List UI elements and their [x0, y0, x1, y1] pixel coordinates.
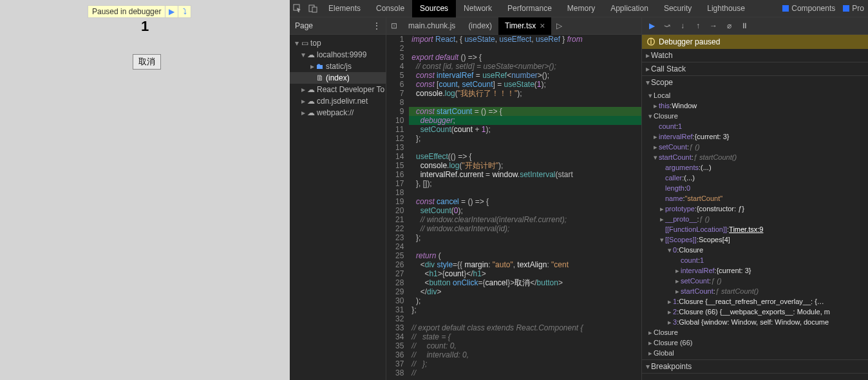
- counter-display: 1: [0, 18, 290, 35]
- scope-proto[interactable]: ▸__proto__: ƒ (): [642, 214, 868, 224]
- resume-icon[interactable]: ▶: [165, 5, 178, 18]
- paused-text: Paused in debugger: [88, 7, 165, 16]
- scope-section[interactable]: ▾Scope: [642, 76, 868, 89]
- cancel-button[interactable]: 取消: [133, 54, 161, 70]
- inspect-element-icon[interactable]: [290, 1, 305, 16]
- tree-static[interactable]: ▸🖿static/js: [290, 61, 386, 72]
- devtools-tab-console[interactable]: Console: [368, 0, 412, 17]
- scope-closure[interactable]: ▾Closure: [642, 111, 868, 121]
- file-tab-index[interactable]: (index): [462, 17, 498, 35]
- scope-s2[interactable]: ▸2: Closure (66) {__webpack_exports__: M…: [642, 307, 868, 317]
- scope-closure2[interactable]: ▸Closure: [642, 327, 868, 337]
- scope-s0[interactable]: ▾0: Closure: [642, 245, 868, 255]
- react-icon: [843, 5, 849, 12]
- file-tab-main[interactable]: main.chunk.js: [402, 17, 462, 35]
- scope-s0-startcount[interactable]: ▸startCount: ƒ startCount(): [642, 286, 868, 296]
- devtools-tab-elements[interactable]: Elements: [321, 0, 368, 17]
- page-tab[interactable]: Page: [295, 21, 313, 30]
- ext-components[interactable]: Components: [778, 4, 839, 13]
- step-over-icon[interactable]: ⤻: [661, 21, 673, 30]
- file-tabs: ⊡ main.chunk.js (index) Timer.tsx× ▷: [386, 17, 641, 35]
- watch-section[interactable]: ▸Watch: [642, 49, 868, 62]
- pause-exceptions-icon[interactable]: ⏸: [739, 21, 750, 30]
- scope-closure66[interactable]: ▸Closure (66): [642, 337, 868, 348]
- scope-s0-intervalref[interactable]: ▸intervalRef: {current: 3}: [642, 265, 868, 276]
- devtools-tab-sources[interactable]: Sources: [412, 0, 456, 17]
- scope-this[interactable]: ▸this: Window: [642, 100, 868, 111]
- sources-navigator: Page ⋮ ▾▭top ▾☁localhost:9999 ▸🖿static/j…: [290, 17, 386, 380]
- file-tree: ▾▭top ▾☁localhost:9999 ▸🖿static/js 🗎(ind…: [290, 35, 386, 121]
- callstack-section[interactable]: ▸Call Stack: [642, 62, 868, 75]
- devtools-tab-performance[interactable]: Performance: [500, 0, 560, 17]
- scope-global[interactable]: ▸Global: [642, 348, 868, 358]
- scope-length[interactable]: length: 0: [642, 183, 868, 193]
- show-navigator-icon[interactable]: ⊡: [386, 21, 402, 30]
- scope-count[interactable]: count: 1: [642, 121, 868, 131]
- close-icon[interactable]: ×: [540, 17, 545, 35]
- debugger-sidebar: ▶ ⤻ ↓ ↑ → ⌀ ⏸ ⓘ Debugger paused ▸Watch ▸…: [641, 17, 868, 380]
- tree-react-dev[interactable]: ▸☁React Developer To: [290, 84, 386, 95]
- tree-webpack[interactable]: ▸☁webpack://: [290, 107, 386, 119]
- step-icon[interactable]: ⤵: [178, 5, 191, 18]
- step-into-icon[interactable]: ↓: [677, 21, 688, 30]
- resume-icon[interactable]: ▶: [646, 21, 657, 30]
- devtools-tab-memory[interactable]: Memory: [560, 0, 603, 17]
- scope-s1[interactable]: ▸1: Closure {__react_refresh_error_overl…: [642, 296, 868, 307]
- react-icon: [782, 5, 789, 12]
- scope-scopes[interactable]: ▾[[Scopes]]: Scopes[4]: [642, 234, 868, 245]
- ext-profiler[interactable]: Pro: [839, 4, 868, 13]
- step-icon[interactable]: →: [708, 21, 719, 30]
- page-viewport: Paused in debugger ▶ ⤵ 1 取消: [0, 0, 290, 380]
- devtools-tab-application[interactable]: Application: [603, 0, 656, 17]
- scope-funcloc[interactable]: [[FunctionLocation]]: Timer.tsx:9: [642, 224, 868, 234]
- run-snippet-icon[interactable]: ▷: [551, 21, 567, 30]
- scope-s0-setcount[interactable]: ▸setCount: ƒ (): [642, 276, 868, 286]
- scope-prototype[interactable]: ▸prototype: {constructor: ƒ}: [642, 204, 868, 214]
- scope-startcount[interactable]: ▾startCount: ƒ startCount(): [642, 152, 868, 162]
- step-out-icon[interactable]: ↑: [692, 21, 704, 30]
- info-icon: ⓘ: [647, 37, 655, 48]
- devtools-panel: ElementsConsoleSourcesNetworkPerformance…: [290, 0, 868, 380]
- code-editor[interactable]: 1234567891011121314151617181920212223242…: [386, 35, 641, 380]
- navigator-header: Page ⋮: [290, 17, 386, 35]
- devtools-tab-lighthouse[interactable]: Lighthouse: [699, 0, 753, 17]
- devtools-tab-network[interactable]: Network: [456, 0, 500, 17]
- code-editor-pane: ⊡ main.chunk.js (index) Timer.tsx× ▷ 123…: [386, 17, 641, 380]
- tree-index[interactable]: 🗎(index): [290, 72, 386, 84]
- paused-banner: Paused in debugger ▶ ⤵: [88, 5, 191, 18]
- breakpoints-section[interactable]: ▾Breakpoints: [642, 360, 868, 373]
- debugger-paused-banner: ⓘ Debugger paused: [642, 35, 868, 49]
- devtools-tabs: ElementsConsoleSourcesNetworkPerformance…: [290, 0, 868, 17]
- scope-arguments[interactable]: arguments: (...): [642, 162, 868, 173]
- tree-host[interactable]: ▾☁localhost:9999: [290, 49, 386, 61]
- tree-top[interactable]: ▾▭top: [290, 37, 386, 49]
- scope-s3[interactable]: ▸3: Global {window: Window, self: Window…: [642, 317, 868, 327]
- more-icon[interactable]: ⋮: [373, 21, 381, 30]
- scope-s0-count[interactable]: count: 1: [642, 255, 868, 265]
- scope-local[interactable]: ▾Local: [642, 90, 868, 100]
- device-toggle-icon[interactable]: [305, 1, 321, 16]
- file-tab-timer[interactable]: Timer.tsx×: [498, 17, 551, 35]
- scope-caller[interactable]: caller: (...): [642, 173, 868, 183]
- tree-jsdelivr[interactable]: ▸☁cdn.jsdelivr.net: [290, 95, 386, 107]
- scope-name[interactable]: name: "startCount": [642, 193, 868, 204]
- debugger-toolbar: ▶ ⤻ ↓ ↑ → ⌀ ⏸: [642, 17, 868, 35]
- scope-setcount[interactable]: ▸setCount: ƒ (): [642, 142, 868, 152]
- scope-intervalref[interactable]: ▸intervalRef: {current: 3}: [642, 131, 868, 142]
- devtools-tab-security[interactable]: Security: [656, 0, 699, 17]
- svg-rect-2: [312, 7, 317, 12]
- deactivate-breakpoints-icon[interactable]: ⌀: [723, 21, 735, 30]
- scope-body: ▾Local ▸this: Window ▾Closure count: 1 ▸…: [642, 89, 868, 359]
